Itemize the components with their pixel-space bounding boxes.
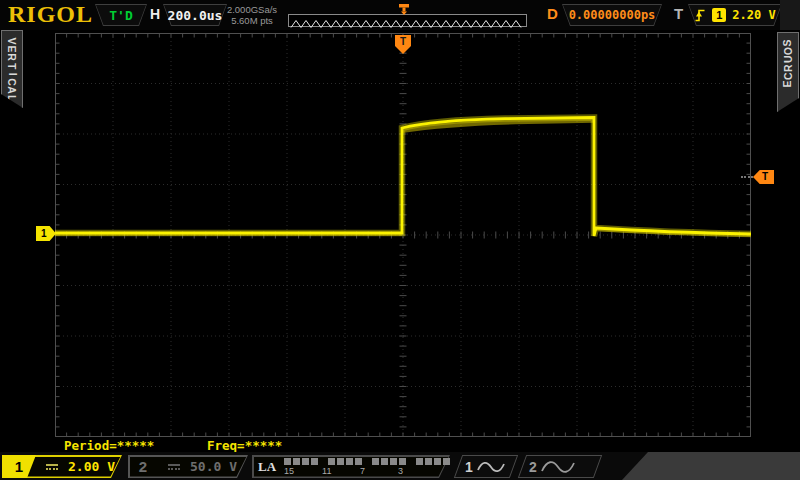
la-bit-7: 7 (360, 466, 398, 476)
ch1-dc-coupling-icon (46, 464, 58, 470)
tab-vertical-menu[interactable]: VERTICAL (1, 30, 23, 108)
timebase-value: 200.0us (163, 4, 227, 26)
ch2-scale-value: 50.0 V (190, 459, 237, 474)
trigger-channel-badge: 1 (712, 8, 726, 22)
svg-text:T: T (400, 36, 406, 47)
memory-depth: 5.60M pts (226, 15, 278, 26)
trigger-status-badge: T'D (95, 4, 147, 26)
waveform-ch1: T (55, 33, 751, 437)
ch1-ground-level-marker[interactable]: 1 (36, 226, 56, 241)
sample-rate: 2.000GSa/s (226, 4, 278, 15)
la-label: LA (258, 459, 276, 475)
trigger-status-text: T'D (95, 4, 147, 26)
trigger-label: T (674, 5, 683, 22)
source1-number: 1 (465, 459, 473, 475)
trigger-level-line (741, 176, 753, 178)
delay-value: 0.00000000ps (562, 4, 662, 26)
oscilloscope-screen: RIGOL T'D H 200.0us 2.000GSa/s 5.60M pts (0, 0, 800, 480)
topbar-corner-decor (780, 0, 800, 30)
ch2-dc-coupling-icon (168, 464, 180, 470)
ch1-scale-value: 2.00 V (68, 459, 115, 474)
la-bit-3: 3 (398, 466, 436, 476)
graticule: T (55, 33, 751, 437)
la-channel-indicators: 15 11 7 3 (284, 458, 450, 476)
sine-wave-icon (541, 459, 575, 475)
source2-panel[interactable]: 2 (518, 455, 602, 478)
frequency-measurement: Freq=***** (207, 438, 282, 453)
channel1-badge: 1 (2, 455, 36, 478)
source2-number: 2 (529, 459, 537, 475)
delay-label: D (547, 5, 558, 22)
memory-trigger-position-marker[interactable] (398, 2, 410, 14)
trigger-settings-panel[interactable]: 1 2.20 V (688, 4, 782, 26)
channel2-badge: 2 (128, 458, 158, 475)
trigger-level-marker[interactable]: T (753, 170, 774, 184)
logic-analyzer-panel[interactable]: LA 15 11 7 3 (252, 455, 450, 478)
timebase-panel[interactable]: 200.0us (163, 4, 227, 26)
rigol-logo: RIGOL (8, 1, 93, 28)
period-measurement: Period=***** (64, 438, 154, 453)
la-bit-15: 15 (284, 466, 322, 476)
trigger-position-marker[interactable]: T (395, 35, 411, 54)
trigger-level-value: 2.20 V (732, 8, 775, 22)
top-status-bar: RIGOL T'D H 200.0us 2.000GSa/s 5.60M pts (0, 0, 800, 30)
rising-edge-icon (694, 7, 706, 23)
bottombar-right-section (622, 452, 800, 480)
channel2-panel[interactable]: 2 50.0 V (128, 455, 248, 478)
sine-wave-icon (477, 460, 505, 474)
bottom-status-bar: 1 2.00 V 2 50.0 V LA (0, 452, 800, 480)
horizontal-label: H (150, 6, 160, 22)
la-bit-11: 11 (322, 466, 360, 476)
channel1-panel[interactable]: 1 2.00 V (2, 455, 122, 478)
memory-waveform-zigzag (289, 18, 526, 29)
acquisition-info: 2.000GSa/s 5.60M pts (226, 4, 278, 26)
source1-panel[interactable]: 1 (454, 455, 518, 478)
tab-trigger-source-menu[interactable]: SOURCE (777, 32, 799, 112)
delay-panel[interactable]: 0.00000000ps (562, 4, 662, 26)
measurement-row: Period=***** Freq=***** (0, 437, 800, 452)
